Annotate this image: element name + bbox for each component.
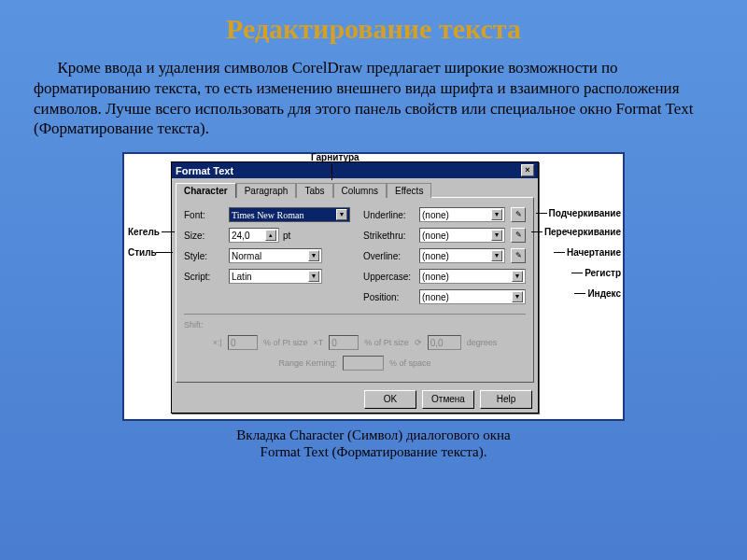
uppercase-value: (none) — [422, 272, 449, 282]
range-kerning-label: Range Kerning: — [278, 358, 337, 368]
size-value: 24,0 — [232, 231, 249, 241]
tab-tabs[interactable]: Tabs — [296, 183, 332, 198]
dropdown-arrow-icon: ▼ — [308, 250, 319, 261]
dropdown-arrow-icon: ▼ — [491, 209, 502, 220]
left-column: Font: Times New Roman ▼ Size: 24,0 — [184, 207, 350, 310]
cancel-button[interactable]: Отмена — [422, 390, 474, 409]
script-combo[interactable]: Latin ▼ — [229, 269, 322, 284]
ok-button[interactable]: OK — [364, 390, 416, 409]
disabled-x-field: 0 — [231, 338, 236, 348]
callout-r2: Перечеркивание — [544, 227, 621, 237]
disabled-ptsize1: % of Pt size — [263, 338, 308, 347]
position-label: Position: — [363, 292, 416, 302]
tab-strip: Character Paragraph Tabs Columns Effects — [172, 178, 538, 197]
overline-edit-button[interactable]: ✎ — [511, 248, 526, 263]
tab-columns[interactable]: Columns — [333, 183, 387, 198]
callout-r5: Индекс — [587, 288, 621, 299]
range-kerning-field — [343, 356, 384, 371]
of-space-label: % of space — [389, 358, 431, 368]
size-unit: pt — [283, 231, 290, 241]
dropdown-arrow-icon: ▼ — [336, 209, 347, 220]
strikethru-label: Strikethru: — [363, 231, 416, 241]
disabled-angle-field: 0,0 — [430, 338, 444, 348]
position-value: (none) — [422, 292, 449, 302]
disabled-y-field: 0 — [331, 338, 337, 348]
figure-caption: Вкладка Character (Символ) диалогового о… — [34, 427, 713, 460]
style-value: Normal — [232, 251, 261, 261]
slide-paragraph: Кроме ввода и удаления символов CorelDra… — [34, 58, 713, 139]
uppercase-label: Uppercase: — [363, 272, 416, 282]
font-label: Font: — [184, 210, 225, 220]
dropdown-arrow-icon: ▼ — [491, 230, 502, 241]
size-field[interactable]: 24,0 ▴ — [229, 228, 279, 243]
dropdown-arrow-icon: ▼ — [512, 291, 523, 302]
strikethru-combo[interactable]: (none) ▼ — [419, 228, 505, 243]
style-combo[interactable]: Normal ▼ — [229, 248, 322, 263]
callout-r1: Подчеркивание — [549, 208, 621, 218]
dialog-title: Format Text — [176, 165, 233, 176]
dropdown-arrow-icon: ▼ — [491, 250, 502, 261]
spinner-icon: ▴ — [265, 230, 276, 241]
style-label: Style: — [184, 251, 225, 261]
tab-effects[interactable]: Effects — [387, 183, 431, 198]
tab-paragraph[interactable]: Paragraph — [236, 183, 297, 198]
callout-r4: Регистр — [585, 268, 621, 278]
figure: Гарнитура Кегель Стиль Подчеркивание Пер… — [122, 152, 625, 421]
disabled-section: Shift: ×:| 0 % of Pt size ×T 0 % of Pt s… — [184, 314, 526, 371]
overline-label: Overline: — [363, 251, 416, 261]
size-label: Size: — [184, 231, 225, 241]
overline-value: (none) — [422, 251, 449, 261]
disabled-ptsize2: % of Pt size — [364, 338, 409, 347]
font-combo[interactable]: Times New Roman ▼ — [229, 207, 350, 222]
callout-style: Стиль — [128, 247, 157, 258]
overline-combo[interactable]: (none) ▼ — [419, 248, 505, 263]
script-label: Script: — [184, 272, 225, 282]
callout-size: Кегель — [128, 227, 160, 237]
dialog-titlebar: Format Text × — [172, 162, 538, 178]
strikethru-value: (none) — [422, 231, 449, 241]
underline-edit-button[interactable]: ✎ — [511, 207, 526, 222]
position-combo[interactable]: (none) ▼ — [419, 289, 526, 304]
disabled-degrees: degrees — [467, 338, 498, 347]
dropdown-arrow-icon: ▼ — [512, 271, 523, 282]
strikethru-edit-button[interactable]: ✎ — [511, 228, 526, 243]
font-value: Times New Roman — [232, 210, 303, 220]
close-icon[interactable]: × — [521, 164, 534, 176]
button-row: OK Отмена Help — [172, 386, 538, 413]
slide-title: Редактирование текста — [34, 13, 713, 45]
callout-top: Гарнитура — [311, 152, 359, 162]
uppercase-combo[interactable]: (none) ▼ — [419, 269, 526, 284]
underline-label: Underline: — [363, 210, 416, 220]
help-button[interactable]: Help — [480, 390, 532, 409]
script-value: Latin — [232, 272, 252, 282]
tab-character[interactable]: Character — [176, 183, 236, 198]
callout-r3: Начертание — [567, 247, 621, 258]
right-column: Underline: (none) ▼ ✎ Strikethru: — [363, 207, 526, 310]
shift-label: Shift: — [184, 320, 204, 329]
underline-value: (none) — [422, 210, 449, 220]
underline-combo[interactable]: (none) ▼ — [419, 207, 505, 222]
dropdown-arrow-icon: ▼ — [308, 271, 319, 282]
format-text-dialog: Format Text × Character Paragraph Tabs C… — [171, 161, 539, 413]
